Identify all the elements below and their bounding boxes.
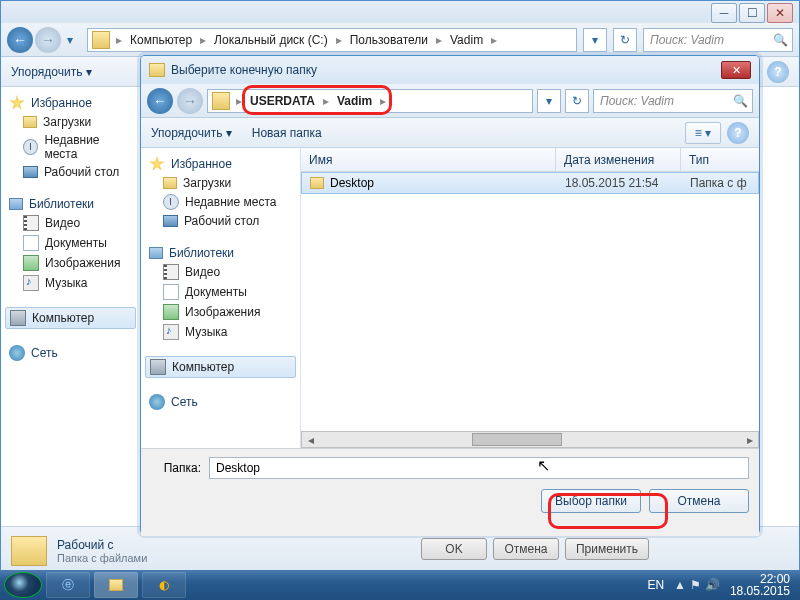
address-dropdown-button[interactable]: ▾: [583, 28, 607, 52]
organize-menu[interactable]: Упорядочить ▾: [151, 126, 232, 140]
help-button[interactable]: ?: [727, 122, 749, 144]
folder-field-label: Папка:: [151, 461, 201, 475]
scroll-thumb[interactable]: [472, 433, 562, 446]
sidebar-item-video[interactable]: Видео: [5, 213, 136, 233]
list-item-desktop[interactable]: Desktop 18.05.2015 21:54 Папка с ф: [301, 172, 759, 194]
breadcrumb-sep[interactable]: ▸: [114, 33, 124, 47]
cancel-button[interactable]: Отмена: [649, 489, 749, 513]
address-dropdown-button[interactable]: ▾: [537, 89, 561, 113]
dialog-toolbar: Упорядочить ▾ Новая папка ≡ ▾ ?: [141, 118, 759, 148]
nav-history-dropdown[interactable]: ▾: [67, 33, 81, 47]
organize-menu[interactable]: Упорядочить ▾: [11, 65, 92, 79]
sidebar-item-music[interactable]: Музыка: [5, 273, 136, 293]
select-folder-button[interactable]: Выбор папки: [541, 489, 641, 513]
address-bar[interactable]: ▸ Компьютер ▸ Локальный диск (C:) ▸ Поль…: [87, 28, 577, 52]
sidebar-network-header[interactable]: Сеть: [5, 343, 136, 363]
breadcrumb-sep[interactable]: ▸: [434, 33, 444, 47]
sidebar-favorites-header[interactable]: Избранное: [5, 93, 136, 113]
sidebar-libraries-header[interactable]: Библиотеки: [5, 195, 136, 213]
sidebar-computer-header[interactable]: Компьютер: [145, 356, 296, 378]
scroll-left-button[interactable]: ◂: [302, 432, 319, 447]
column-name[interactable]: Имя: [301, 148, 556, 171]
nav-back-button[interactable]: ←: [7, 27, 33, 53]
folder-icon: [212, 92, 230, 110]
breadcrumb-sep[interactable]: ▸: [334, 33, 344, 47]
horizontal-scrollbar[interactable]: ◂ ▸: [301, 431, 759, 448]
dialog-address-bar[interactable]: ▸ USERDATA ▸ Vadim ▸: [207, 89, 533, 113]
sidebar-item-documents[interactable]: Документы: [5, 233, 136, 253]
dialog-sidebar: Избранное Загрузки Недавние места Рабочи…: [141, 148, 301, 448]
nav-back-button[interactable]: ←: [147, 88, 173, 114]
desktop-icon: [163, 215, 178, 227]
language-indicator[interactable]: EN: [647, 578, 664, 592]
breadcrumb-sep[interactable]: ▸: [198, 33, 208, 47]
dialog-footer: Папка: Выбор папки Отмена: [141, 448, 759, 536]
taskbar-explorer[interactable]: [94, 572, 138, 598]
breadcrumb-sep[interactable]: ▸: [321, 94, 331, 108]
bg-sidebar: Избранное Загрузки Недавние места Рабочи…: [1, 87, 141, 526]
close-button[interactable]: ✕: [767, 3, 793, 23]
row-type: Папка с ф: [682, 176, 755, 190]
breadcrumb-sep[interactable]: ▸: [234, 94, 244, 108]
breadcrumb-userdata[interactable]: USERDATA: [244, 94, 321, 108]
sidebar-item-images[interactable]: Изображения: [5, 253, 136, 273]
downloads-icon: [23, 116, 37, 128]
sidebar-libraries-header[interactable]: Библиотеки: [145, 244, 296, 262]
computer-icon: [10, 310, 26, 326]
sidebar-item-downloads[interactable]: Загрузки: [5, 113, 136, 131]
breadcrumb-sep[interactable]: ▸: [378, 94, 388, 108]
breadcrumb-users[interactable]: Пользователи: [344, 33, 434, 47]
breadcrumb-disk[interactable]: Локальный диск (C:): [208, 33, 334, 47]
file-list-body[interactable]: Desktop 18.05.2015 21:54 Папка с ф: [301, 172, 759, 431]
breadcrumb-sep[interactable]: ▸: [489, 33, 499, 47]
taskbar: ⓔ ◐ EN ▲⚑🔊 22:00 18.05.2015: [0, 570, 800, 600]
system-tray[interactable]: ▲⚑🔊: [674, 578, 720, 592]
sidebar-item-downloads[interactable]: Загрузки: [145, 174, 296, 192]
sidebar-item-documents[interactable]: Документы: [145, 282, 296, 302]
sidebar-computer-header[interactable]: Компьютер: [5, 307, 136, 329]
minimize-button[interactable]: ─: [711, 3, 737, 23]
library-icon: [9, 198, 23, 210]
sidebar-item-desktop[interactable]: Рабочий стол: [5, 163, 136, 181]
help-button[interactable]: ?: [767, 61, 789, 83]
folder-name-input[interactable]: [209, 457, 749, 479]
search-input[interactable]: Поиск: Vadim 🔍: [643, 28, 793, 52]
column-type[interactable]: Тип: [681, 148, 759, 171]
apply-button[interactable]: Применить: [565, 538, 649, 560]
sidebar-item-desktop[interactable]: Рабочий стол: [145, 212, 296, 230]
search-icon: 🔍: [773, 33, 788, 47]
taskbar-media[interactable]: ◐: [142, 572, 186, 598]
sidebar-item-music[interactable]: Музыка: [145, 322, 296, 342]
sidebar-item-recent[interactable]: Недавние места: [5, 131, 136, 163]
nav-forward-button[interactable]: →: [35, 27, 61, 53]
start-button[interactable]: [4, 572, 42, 598]
maximize-button[interactable]: ☐: [739, 3, 765, 23]
sidebar-network-header[interactable]: Сеть: [145, 392, 296, 412]
sidebar-item-video[interactable]: Видео: [145, 262, 296, 282]
ok-button[interactable]: OK: [421, 538, 487, 560]
taskbar-ie[interactable]: ⓔ: [46, 572, 90, 598]
video-icon: [163, 264, 179, 280]
dialog-search-input[interactable]: Поиск: Vadim 🔍: [593, 89, 753, 113]
library-icon: [149, 247, 163, 259]
sidebar-item-recent[interactable]: Недавние места: [145, 192, 296, 212]
sidebar-favorites-header[interactable]: Избранное: [145, 154, 296, 174]
breadcrumb-vadim[interactable]: Vadim: [331, 94, 378, 108]
column-date[interactable]: Дата изменения: [556, 148, 681, 171]
sidebar-item-images[interactable]: Изображения: [145, 302, 296, 322]
breadcrumb-vadim[interactable]: Vadim: [444, 33, 489, 47]
new-folder-button[interactable]: Новая папка: [252, 126, 322, 140]
view-mode-button[interactable]: ≡ ▾: [685, 122, 721, 144]
cancel-button[interactable]: Отмена: [493, 538, 559, 560]
dialog-titlebar[interactable]: Выберите конечную папку ✕: [141, 56, 759, 84]
music-icon: [23, 275, 39, 291]
refresh-button[interactable]: ↻: [565, 89, 589, 113]
nav-forward-button[interactable]: →: [177, 88, 203, 114]
tray-flag-icon: ▲: [674, 578, 686, 592]
taskbar-clock[interactable]: 22:00 18.05.2015: [730, 573, 790, 597]
refresh-button[interactable]: ↻: [613, 28, 637, 52]
bg-nav-bar: ← → ▾ ▸ Компьютер ▸ Локальный диск (C:) …: [1, 23, 799, 57]
breadcrumb-computer[interactable]: Компьютер: [124, 33, 198, 47]
scroll-right-button[interactable]: ▸: [741, 432, 758, 447]
dialog-close-button[interactable]: ✕: [721, 61, 751, 79]
